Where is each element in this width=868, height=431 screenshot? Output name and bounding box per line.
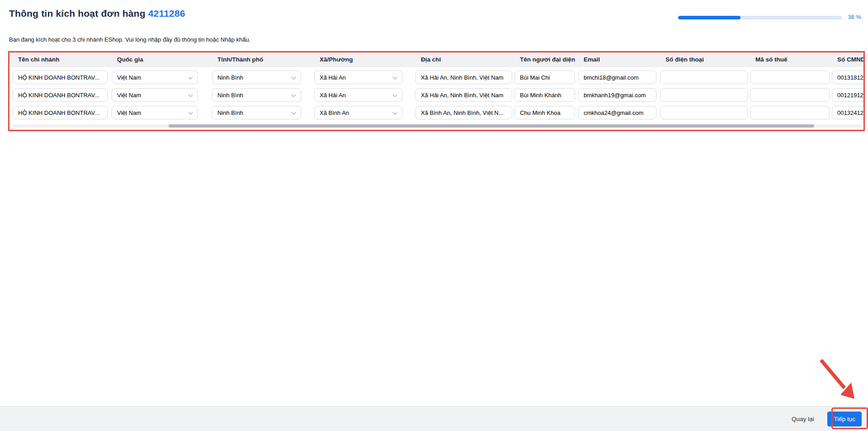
col-header-address: Địa chỉ — [415, 56, 512, 63]
col-header-id-number: Số CMND — [832, 56, 865, 63]
col-header-ward: Xã/Phường — [314, 56, 402, 63]
table-row — [13, 71, 865, 84]
ward-select-input[interactable] — [314, 106, 402, 119]
col-header-tax-code: Mã số thuế — [750, 56, 830, 63]
address-input[interactable] — [415, 71, 512, 84]
country-select[interactable] — [112, 88, 198, 102]
branch-name-input[interactable] — [13, 71, 108, 84]
email-field — [578, 106, 656, 119]
ward-select-input[interactable] — [314, 88, 402, 102]
id-number-input[interactable] — [832, 71, 865, 84]
col-header-branch-name: Tên chi nhánh — [13, 56, 108, 63]
tax-code-input[interactable] — [750, 88, 830, 102]
province-select[interactable] — [212, 88, 301, 102]
id-number-field — [832, 71, 865, 84]
progress-track — [678, 16, 842, 19]
phone-input[interactable] — [660, 106, 748, 119]
table-body — [9, 67, 865, 119]
progress-fill — [678, 16, 741, 19]
representative-field — [514, 106, 575, 119]
table-row — [13, 88, 865, 102]
email-input[interactable] — [578, 71, 656, 84]
progress-percent-label: 38 % — [848, 14, 861, 20]
email-input[interactable] — [578, 88, 656, 102]
phone-field — [660, 71, 748, 84]
order-activation-page: Thông tin kích hoạt đơn hàng4211286 38 %… — [0, 0, 868, 431]
table-header-row: Tên chi nhánh Quốc gia Tỉnh/Thành phố Xã… — [9, 52, 865, 67]
province-select-input[interactable] — [212, 71, 301, 84]
address-input[interactable] — [415, 106, 512, 119]
col-header-country: Quốc gia — [112, 56, 198, 63]
tax-code-field — [750, 88, 830, 102]
id-number-field — [832, 106, 865, 119]
id-number-input[interactable] — [832, 106, 865, 119]
order-number-link[interactable]: 4211286 — [148, 8, 185, 19]
tax-code-input[interactable] — [750, 71, 830, 84]
province-select-input[interactable] — [212, 106, 301, 119]
continue-button[interactable]: Tiếp tục — [827, 412, 862, 426]
annotation-arrow-icon — [805, 352, 868, 412]
phone-input[interactable] — [660, 71, 748, 84]
country-select-input[interactable] — [112, 88, 198, 102]
province-select-input[interactable] — [212, 88, 301, 102]
id-number-input[interactable] — [832, 88, 865, 102]
address-field — [415, 88, 512, 102]
ward-select[interactable] — [314, 106, 402, 119]
address-input[interactable] — [415, 88, 512, 102]
country-select-input[interactable] — [112, 71, 198, 84]
phone-input[interactable] — [660, 88, 748, 102]
representative-input[interactable] — [514, 106, 575, 119]
col-header-representative: Tên người đại diện — [514, 56, 575, 63]
activation-progress: 38 % — [678, 14, 861, 21]
phone-field — [660, 88, 748, 102]
province-select[interactable] — [212, 71, 301, 84]
col-header-phone: Số điện thoại — [660, 56, 748, 63]
email-input[interactable] — [578, 106, 656, 119]
representative-field — [514, 71, 575, 84]
page-title: Thông tin kích hoạt đơn hàng4211286 — [9, 8, 185, 19]
col-header-province: Tỉnh/Thành phố — [212, 56, 301, 63]
province-select[interactable] — [212, 106, 301, 119]
ward-select[interactable] — [314, 71, 402, 84]
tax-code-field — [750, 106, 830, 119]
branch-name-input[interactable] — [13, 106, 108, 119]
tax-code-field — [750, 71, 830, 84]
branch-name-input[interactable] — [13, 88, 108, 102]
col-header-email: Email — [578, 56, 656, 63]
id-number-field — [832, 88, 865, 102]
branches-table-panel: Tên chi nhánh Quốc gia Tỉnh/Thành phố Xã… — [8, 51, 865, 131]
branch-name-field — [13, 106, 108, 119]
representative-input[interactable] — [514, 88, 575, 102]
address-field — [415, 71, 512, 84]
address-field — [415, 106, 512, 119]
branch-name-field — [13, 71, 108, 84]
branch-name-field — [13, 88, 108, 102]
horizontal-scrollbar-thumb[interactable] — [169, 124, 814, 128]
country-select[interactable] — [112, 106, 198, 119]
ward-select-input[interactable] — [314, 71, 402, 84]
ward-select[interactable] — [314, 88, 402, 102]
phone-field — [660, 106, 748, 119]
country-select-input[interactable] — [112, 106, 198, 119]
tax-code-input[interactable] — [750, 106, 830, 119]
representative-input[interactable] — [514, 71, 575, 84]
activation-instructions: Bạn đang kích hoạt cho 3 chi nhánh EShop… — [9, 36, 250, 43]
table-row — [13, 106, 865, 119]
page-title-text: Thông tin kích hoạt đơn hàng — [9, 8, 146, 19]
email-field — [578, 71, 656, 84]
footer-bar: Quay lại Tiếp tục — [0, 406, 868, 431]
branches-table: Tên chi nhánh Quốc gia Tỉnh/Thành phố Xã… — [9, 52, 865, 130]
email-field — [578, 88, 656, 102]
back-button[interactable]: Quay lại — [792, 416, 814, 422]
country-select[interactable] — [112, 71, 198, 84]
representative-field — [514, 88, 575, 102]
